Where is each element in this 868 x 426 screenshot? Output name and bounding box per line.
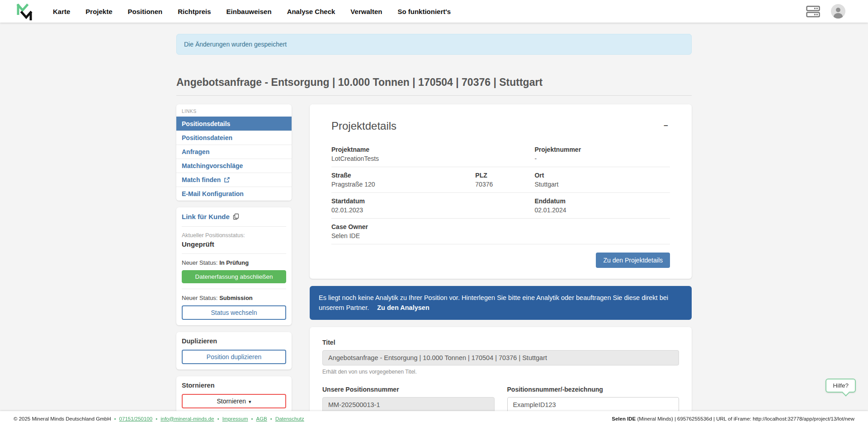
field-value: LotCreationTests [331, 155, 534, 162]
analytics-banner-text: Es liegt noch keine Analytik zu Ihrer Po… [319, 294, 668, 311]
cancel-dropdown-button[interactable]: Stornieren▾ [182, 394, 286, 408]
customer-link-section: Link für Kunde [182, 207, 286, 226]
cancel-card-title: Stornieren [182, 382, 286, 389]
nav-item-so-funktionierts[interactable]: So funktioniert's [397, 8, 451, 15]
go-to-project-details-button[interactable]: Zu den Projektdetails [596, 253, 670, 268]
project-row-case-owner: Case Owner Selen IDE [331, 219, 670, 244]
caret-down-icon: ▾ [249, 399, 251, 404]
next-status-review-section: Neuer Status: In Prüfung Datenerfassung … [182, 253, 286, 289]
title-field-helper: Erhält den von uns vorgegebenen Titel. [322, 369, 679, 375]
sidebar-item-match-finden[interactable]: Match finden [176, 173, 292, 187]
go-to-analyses-link[interactable]: Zu den Analysen [377, 304, 429, 311]
sidebar-item-positionsdateien[interactable]: Positionsdateien [176, 131, 292, 145]
status-card: Link für Kunde Aktueller Positionsstatus… [176, 207, 292, 325]
sidebar-item-label: Match finden [182, 176, 221, 183]
customer-link[interactable]: Link für Kunde [182, 213, 239, 220]
footer-link-phone[interactable]: 07151/250100 [119, 416, 153, 421]
complete-data-entry-button[interactable]: Datenerfassung abschließen [182, 270, 286, 283]
project-row-dates: Startdatum 02.01.2023 Enddatum 02.01.202… [331, 193, 670, 219]
footer-link-impressum[interactable]: Impressum [222, 416, 248, 421]
nav-item-karte[interactable]: Karte [53, 8, 70, 15]
footer-separator: • [251, 416, 253, 421]
app-logo[interactable] [16, 2, 33, 20]
next-status-value: Submission [219, 295, 253, 301]
field-label: Projektnummer [534, 146, 670, 153]
sidebar-item-matchingvorschlaege[interactable]: Matchingvorschläge [176, 159, 292, 173]
field-label: Startdatum [331, 197, 534, 205]
user-avatar[interactable] [831, 4, 845, 19]
duplicate-card: Duplizieren Position duplizieren [176, 332, 292, 370]
links-header: LINKS [176, 104, 292, 117]
title-input [322, 350, 679, 365]
customer-link-label: Link für Kunde [182, 213, 230, 220]
cancel-card: Stornieren Stornieren▾ [176, 376, 292, 414]
external-link-icon [224, 177, 230, 183]
cancel-button-label: Stornieren [217, 398, 246, 405]
nav-item-positionen[interactable]: Positionen [128, 8, 163, 15]
next-status-value: In Prüfung [219, 259, 249, 266]
project-details-card: Projektdetails − Projektname LotCreation… [310, 104, 692, 279]
field-label: Straße [331, 172, 475, 179]
copy-icon [233, 213, 239, 220]
our-number-input [322, 397, 495, 412]
nav-item-einbauweisen[interactable]: Einbauweisen [226, 8, 272, 15]
position-number-label: Positionsnummer/-bezeichnung [507, 386, 679, 393]
our-number-label: Unsere Positionsnummer [322, 386, 495, 393]
save-success-alert: Die Änderungen wurden gespeichert [176, 34, 692, 55]
server-icon[interactable] [806, 5, 820, 18]
next-status-submission-section: Neuer Status: Submission Status wechseln [182, 289, 286, 325]
field-label: Enddatum [534, 197, 670, 205]
footer-separator: • [114, 416, 116, 421]
field-label: Case Owner [331, 223, 670, 230]
field-value: 02.01.2023 [331, 206, 534, 214]
project-row-name-number: Projektname LotCreationTests Projektnumm… [331, 141, 670, 167]
nav-item-verwalten[interactable]: Verwalten [350, 8, 382, 15]
content: Die Änderungen wurden gespeichert Angebo… [176, 34, 692, 426]
page-title: Angebotsanfrage - Entsorgung | 10.000 To… [176, 76, 692, 96]
main-column: Projektdetails − Projektname LotCreation… [310, 104, 692, 426]
footer-user: Selen IDE [612, 416, 636, 421]
title-field-label: Titel [322, 339, 679, 346]
footer-separator: • [217, 416, 219, 421]
current-status-section: Aktueller Positionsstatus: Ungeprüft [182, 226, 286, 253]
footer-separator: • [270, 416, 272, 421]
sidebar-item-email-konfiguration[interactable]: E-Mail Konfiguration [176, 187, 292, 201]
field-label: Ort [534, 172, 670, 179]
help-button[interactable]: Hilfe? [826, 379, 856, 393]
project-details-title: Projektdetails [331, 120, 396, 132]
next-status-label: Neuer Status: [182, 259, 218, 266]
field-value: 70376 [475, 181, 534, 188]
field-label: PLZ [475, 172, 534, 179]
project-row-address: Straße Pragstraße 120 PLZ 70376 Ort Stut… [331, 167, 670, 193]
duplicate-position-button[interactable]: Position duplizieren [182, 350, 286, 364]
footer-copyright: © 2025 Mineral Minds Deutschland GmbH [14, 416, 111, 421]
current-status-label: Aktueller Positionsstatus: [182, 232, 286, 239]
footer-link-agb[interactable]: AGB [256, 416, 267, 421]
collapse-icon[interactable]: − [662, 122, 670, 131]
next-status-label: Neuer Status: [182, 295, 218, 301]
main-nav: Karte Projekte Positionen Richtpreis Ein… [53, 8, 451, 15]
field-value: 02.01.2024 [534, 206, 670, 214]
footer-link-datenschutz[interactable]: Datenschutz [275, 416, 304, 421]
footer-link-email[interactable]: info@mineral-minds.de [160, 416, 214, 421]
footer-separator: • [156, 416, 157, 421]
nav-item-projekte[interactable]: Projekte [85, 8, 112, 15]
sidebar-item-anfragen[interactable]: Anfragen [176, 145, 292, 159]
duplicate-card-title: Duplizieren [182, 337, 286, 345]
analytics-banner: Es liegt noch keine Analytik zu Ihrer Po… [310, 286, 692, 320]
footer-left: © 2025 Mineral Minds Deutschland GmbH • … [14, 416, 304, 421]
switch-status-button[interactable]: Status wechseln [182, 305, 286, 320]
footer: © 2025 Mineral Minds Deutschland GmbH • … [0, 411, 868, 426]
nav-item-analyse-check[interactable]: Analyse Check [287, 8, 335, 15]
nav-item-richtpreis[interactable]: Richtpreis [178, 8, 211, 15]
topbar: Karte Projekte Positionen Richtpreis Ein… [0, 0, 868, 23]
topbar-right [806, 4, 845, 19]
field-value: - [534, 155, 670, 162]
current-status-value: Ungeprüft [182, 240, 286, 248]
person-icon [831, 5, 845, 19]
sidebar-item-positionsdetails[interactable]: Positionsdetails [176, 117, 292, 131]
position-number-input[interactable] [507, 397, 679, 412]
field-value: Stuttgart [534, 181, 670, 188]
footer-session-info: Selen IDE (Mineral Minds) | 69576255536d… [612, 416, 854, 421]
field-value: Pragstraße 120 [331, 181, 475, 188]
